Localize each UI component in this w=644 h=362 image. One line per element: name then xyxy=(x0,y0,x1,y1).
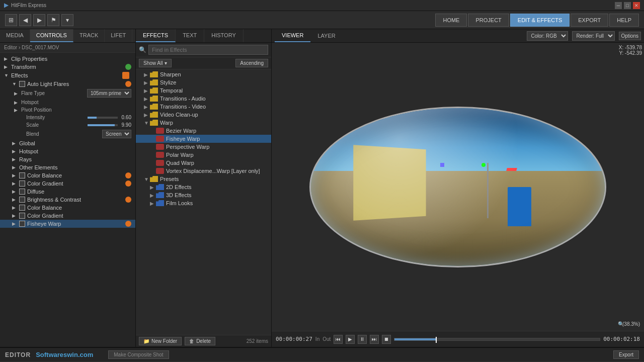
visibility-toggle[interactable] xyxy=(19,189,25,195)
tree-polar-warp[interactable]: Polar Warp xyxy=(136,151,271,159)
tree-fisheye-warp[interactable]: Fisheye Warp xyxy=(136,135,271,143)
tree-bezier-warp[interactable]: Bezier Warp xyxy=(136,127,271,135)
diffuse-item[interactable]: ▶ Diffuse xyxy=(0,188,135,196)
visibility-toggle[interactable] xyxy=(19,180,25,187)
playback-bar[interactable] xyxy=(394,338,600,341)
toggle-icon: ▶ xyxy=(14,108,19,113)
other-elements-item[interactable]: ▶ Other Elements xyxy=(0,163,135,171)
transform-item[interactable]: ▶ Transform xyxy=(0,63,135,71)
global-item[interactable]: ▶ Global xyxy=(0,139,135,147)
export-button[interactable]: Export xyxy=(613,350,639,359)
tab-history[interactable]: HISTORY xyxy=(204,29,244,42)
pause-button[interactable]: ⏸ xyxy=(358,335,367,344)
tab-controls[interactable]: CONTROLS xyxy=(30,29,73,42)
effects-tabs: EFFECTS TEXT HISTORY xyxy=(136,29,271,43)
nav-help-button[interactable]: HELP xyxy=(609,14,639,27)
visibility-toggle[interactable] xyxy=(19,81,25,87)
tree-quad-warp[interactable]: Quad Warp xyxy=(136,159,271,167)
editor-panel: EDITOR Softwareswin.com Make Composite S… xyxy=(0,347,644,362)
blend-row: Blend Screen xyxy=(0,129,135,139)
tool-back-btn[interactable]: ◀ xyxy=(19,14,31,26)
brightness-contrast-item[interactable]: ▶ Brightness & Contrast xyxy=(0,196,135,204)
scale-slider[interactable] xyxy=(88,124,118,126)
tree-3d-effects[interactable]: ▶ 3D Effects xyxy=(136,191,271,199)
tree-sharpen[interactable]: ▶ Sharpen xyxy=(136,70,271,78)
clip-properties-item[interactable]: ▶ Clip Properties xyxy=(0,55,135,63)
flare-type-select[interactable]: 105mm prime xyxy=(87,89,131,98)
intensity-slider[interactable] xyxy=(88,117,118,119)
tree-presets[interactable]: ▼ Presets xyxy=(136,175,271,183)
tree-film-looks[interactable]: ▶ Film Looks xyxy=(136,199,271,207)
transitions-video-label: Transitions - Video xyxy=(160,104,206,110)
nav-export-button[interactable]: EXPORT xyxy=(571,14,608,27)
color-mode-select[interactable]: Color: RGB xyxy=(527,31,568,41)
stop-button[interactable]: ⏹ xyxy=(382,335,391,344)
viewer-tabs: VIEWER LAYER Color: RGB Render: Full Opt… xyxy=(272,29,644,43)
search-input[interactable] xyxy=(148,45,268,55)
color-balance-item-1[interactable]: ▶ Color Balance xyxy=(0,171,135,179)
nav-edit-effects-button[interactable]: EDIT & EFFECTS xyxy=(510,14,570,27)
hotspot-item[interactable]: ▶ Hotspot xyxy=(0,147,135,155)
sort-button[interactable]: Ascending xyxy=(235,59,268,67)
tree-warp[interactable]: ▼ Warp xyxy=(136,119,271,127)
toggle-icon: ▶ xyxy=(14,100,19,105)
tool-flag-btn[interactable]: ⚑ xyxy=(47,14,59,26)
titlebar: ▶ HitFilm Express ─ □ ✕ xyxy=(0,0,644,11)
tab-media[interactable]: MEDIA xyxy=(0,29,30,42)
tree-2d-effects[interactable]: ▶ 2D Effects xyxy=(136,183,271,191)
tab-lifet[interactable]: LIFET xyxy=(105,29,132,42)
tool-home-btn[interactable]: ⊞ xyxy=(5,14,17,26)
perspective-warp-label: Perspective Warp xyxy=(166,144,209,150)
play-button[interactable]: ▶ xyxy=(346,335,355,344)
close-button[interactable]: ✕ xyxy=(633,2,640,9)
tree-perspective-warp[interactable]: Perspective Warp xyxy=(136,143,271,151)
tab-viewer[interactable]: VIEWER xyxy=(275,29,310,42)
arrow-icon: ▼ xyxy=(144,120,150,126)
chrome-edge xyxy=(311,108,605,266)
tree-temporal[interactable]: ▶ Temporal xyxy=(136,86,271,95)
color-gradient-item-1[interactable]: ▶ Color Gradient xyxy=(0,179,135,188)
auto-light-flares-item[interactable]: ▼ Auto Light Flares xyxy=(0,80,135,88)
tab-text[interactable]: TEXT xyxy=(176,29,204,42)
make-composite-button[interactable]: Make Composite Shot xyxy=(108,350,169,359)
tool-more-btn[interactable]: ▾ xyxy=(61,14,73,26)
go-to-start-button[interactable]: ⏮ xyxy=(334,335,343,344)
delete-button[interactable]: 🗑 Delete xyxy=(185,337,215,345)
minimize-button[interactable]: ─ xyxy=(615,2,622,9)
show-all-button[interactable]: Show All ▾ xyxy=(139,59,172,67)
blend-select[interactable]: Screen xyxy=(102,130,131,138)
tree-stylize[interactable]: ▶ Stylize xyxy=(136,78,271,86)
tab-layer[interactable]: LAYER xyxy=(310,30,342,42)
arrow-icon: ▶ xyxy=(144,96,150,102)
titlebar-controls[interactable]: ─ □ ✕ xyxy=(615,2,640,9)
new-folder-button[interactable]: 📁 New Folder xyxy=(139,337,182,345)
tab-track[interactable]: TRACK xyxy=(73,29,105,42)
show-all-label: Show All xyxy=(143,60,163,66)
visibility-toggle[interactable] xyxy=(19,205,25,211)
maximize-button[interactable]: □ xyxy=(624,2,631,9)
video-cleanup-label: Video Clean-up xyxy=(160,112,198,118)
color-balance-item-2[interactable]: ▶ Color Balance xyxy=(0,204,135,212)
nav-home-button[interactable]: HOME xyxy=(435,14,467,27)
tree-video-cleanup[interactable]: ▶ Video Clean-up xyxy=(136,111,271,119)
arrow-icon: ▶ xyxy=(150,201,156,206)
visibility-toggle[interactable] xyxy=(19,172,25,178)
viewer-options-button[interactable]: Options xyxy=(619,32,641,40)
fisheye-warp-item[interactable]: ▶ Fisheye Warp xyxy=(0,220,135,228)
visibility-toggle[interactable] xyxy=(19,197,25,203)
tool-forward-btn[interactable]: ▶ xyxy=(33,14,45,26)
visibility-toggle[interactable] xyxy=(19,213,25,219)
tab-effects[interactable]: EFFECTS xyxy=(136,29,176,42)
go-to-end-button[interactable]: ⏭ xyxy=(370,335,379,344)
visibility-toggle[interactable] xyxy=(19,221,25,227)
effects-section-header[interactable]: ▼ Effects xyxy=(0,71,135,80)
rays-item[interactable]: ▶ Rays xyxy=(0,155,135,163)
new-folder-label: New Folder xyxy=(151,338,177,344)
color-gradient-item-2[interactable]: ▶ Color Gradient xyxy=(0,212,135,220)
diffuse-label: Diffuse xyxy=(27,189,131,195)
tree-vortex-displace[interactable]: Vortex Displaceme...Warp [Layer only] xyxy=(136,167,271,175)
tree-transitions-audio[interactable]: ▶ Transitions - Audio xyxy=(136,95,271,103)
render-mode-select[interactable]: Render: Full xyxy=(572,31,615,41)
nav-project-button[interactable]: PROJECT xyxy=(468,14,509,27)
tree-transitions-video[interactable]: ▶ Transitions - Video xyxy=(136,103,271,111)
